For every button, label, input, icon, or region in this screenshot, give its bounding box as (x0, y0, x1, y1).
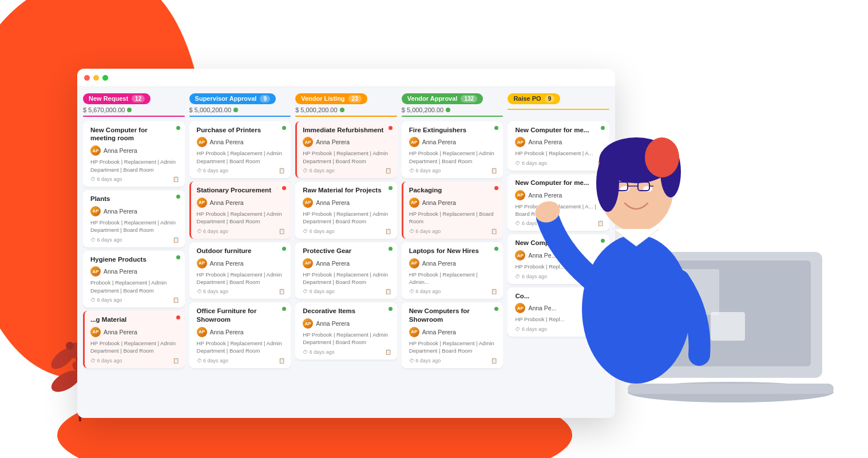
card-footer: ⏱ 6 days ago 📋 (303, 349, 391, 355)
col-badge-vendor_listing[interactable]: Vendor Listing23 (295, 93, 367, 104)
card-status-dot (389, 186, 393, 190)
user-name: Anna Perera (316, 260, 350, 267)
card-action-icon: 📋 (279, 168, 285, 173)
user-avatar: AP (90, 145, 101, 156)
card-time: ⏱ 6 days ago (197, 358, 229, 364)
svg-point-12 (596, 155, 619, 212)
user-avatar: AP (409, 137, 419, 147)
user-avatar: AP (197, 137, 207, 147)
kanban-card[interactable]: Plants AP Anna Perera HP Probook | Repla… (83, 190, 185, 247)
card-user: AP Anna Perera (303, 198, 391, 208)
card-user: AP Anna Perera (90, 266, 179, 277)
card-time: ⏱ 6 days ago (197, 289, 229, 294)
user-name: Anna Perera (104, 208, 137, 215)
col-count-vendor_listing: 23 (348, 95, 362, 102)
user-name: Anna Perera (422, 329, 456, 335)
col-label-supervisor_approval: Supervisor Approval (195, 95, 257, 102)
user-name: Anna Perera (104, 268, 137, 275)
card-title: Plants (90, 195, 179, 203)
user-avatar: AP (303, 137, 313, 147)
card-time: ⏱ 6 days ago (90, 358, 122, 364)
titlebar-maximize[interactable] (102, 75, 108, 81)
col-amount-new_request: $ 5,670,000.00 (83, 106, 185, 113)
card-user: AP Anna Perera (197, 198, 286, 208)
col-header-supervisor_approval: Supervisor Approval9$ 5,000,200.00 (189, 93, 291, 117)
card-user: AP Anna Perera (90, 145, 179, 156)
card-time: ⏱ 6 days ago (409, 358, 441, 364)
card-footer: ⏱ 6 days ago 📋 (197, 228, 286, 234)
kanban-card[interactable]: Decorative Items AP Anna Perera HP Probo… (295, 302, 397, 360)
card-footer: ⏱ 6 days ago 📋 (197, 289, 286, 294)
card-time: ⏱ 6 days ago (303, 289, 335, 294)
card-tags: HP Probook | Replacement | Board Room (409, 210, 498, 226)
card-title: Hygiene Products (90, 255, 179, 264)
card-time: ⏱ 6 days ago (303, 168, 335, 173)
kanban-card[interactable]: Stationary Procurement AP Anna Perera HP… (189, 181, 291, 239)
card-action-icon: 📋 (385, 349, 391, 355)
card-footer: ⏱ 6 days ago 📋 (197, 168, 286, 173)
kanban-card[interactable]: Immediate Refurbishment AP Anna Perera H… (295, 121, 397, 179)
kanban-card[interactable]: Raw Material for Projects AP Anna Perera… (295, 181, 397, 239)
user-avatar: AP (197, 258, 207, 269)
svg-point-7 (66, 342, 74, 350)
card-footer: ⏱ 6 days ago 📋 (90, 176, 179, 182)
kanban-card[interactable]: Hygiene Products AP Anna Perera Probook … (83, 251, 185, 308)
kanban-card[interactable]: Laptops for New Hires AP Anna Perera HP … (402, 242, 504, 299)
user-name: Anna Perera (422, 260, 456, 267)
kanban-card[interactable]: Protective Gear AP Anna Perera HP Proboo… (295, 242, 397, 299)
card-title: Immediate Refurbishment (303, 126, 391, 135)
user-avatar: AP (303, 198, 313, 208)
svg-point-8 (582, 235, 691, 384)
user-name: Anna Perera (422, 139, 456, 145)
card-title: New Computer for meeting room (90, 126, 179, 143)
kanban-card[interactable]: New Computer for meeting room AP Anna Pe… (83, 121, 185, 187)
card-user: AP Anna Perera (90, 327, 179, 337)
card-time: ⏱ 6 days ago (197, 168, 229, 173)
user-avatar: AP (515, 190, 525, 200)
titlebar-minimize[interactable] (93, 75, 99, 81)
kanban-col-vendor_listing: Immediate Refurbishment AP Anna Perera H… (295, 121, 397, 414)
card-status-dot (282, 247, 286, 251)
card-title: Protective Gear (303, 247, 391, 255)
card-time: ⏱ 6 days ago (409, 228, 441, 234)
card-footer: ⏱ 6 days ago 📋 (303, 228, 391, 234)
card-footer: ⏱ 6 days ago 📋 (409, 289, 498, 294)
kanban-card[interactable]: ...g Material AP Anna Perera HP Probook … (83, 311, 185, 368)
card-time: ⏱ 6 days ago (90, 176, 122, 182)
card-title: New Computers for Showroom (409, 307, 498, 324)
card-title: Packaging (409, 186, 498, 195)
col-badge-supervisor_approval[interactable]: Supervisor Approval9 (189, 93, 276, 104)
kanban-card[interactable]: Outdoor furniture AP Anna Perera HP Prob… (189, 242, 291, 299)
kanban-card[interactable]: New Computers for Showroom AP Anna Perer… (402, 302, 504, 368)
card-status-dot (389, 126, 393, 130)
col-amount-vendor_approval: $ 5,000,200.00 (402, 106, 504, 113)
card-tags: Probook | Replacement | Admin Department… (90, 279, 179, 294)
card-user: AP Anna Perera (409, 327, 498, 337)
amount-text: $ 5,000,200.00 (189, 106, 231, 113)
amount-indicator (446, 108, 450, 112)
user-avatar: AP (303, 318, 313, 329)
card-action-icon: 📋 (385, 289, 391, 294)
col-count-vendor_approval: 132 (461, 95, 477, 102)
card-status-dot (494, 186, 498, 190)
user-avatar: AP (409, 258, 419, 269)
col-badge-new_request[interactable]: New Request12 (83, 93, 150, 104)
card-footer: ⏱ 6 days ago 📋 (409, 358, 498, 364)
titlebar-close[interactable] (84, 75, 90, 81)
kanban-card[interactable]: Purchase of Printers AP Anna Perera HP P… (189, 121, 291, 179)
col-badge-vendor_approval[interactable]: Vendor Approval132 (402, 93, 483, 104)
card-title: Stationary Procurement (197, 186, 286, 195)
kanban-card[interactable]: Packaging AP Anna Perera HP Probook | Re… (402, 181, 504, 239)
card-user: AP Anna Perera (409, 137, 498, 147)
card-action-icon: 📋 (279, 228, 285, 234)
kanban-card[interactable]: Office Furniture for Showroom AP Anna Pe… (189, 302, 291, 368)
card-time: ⏱ 6 days ago (303, 228, 335, 234)
card-time: ⏱ 6 days ago (409, 168, 441, 173)
kanban-card[interactable]: Fire Extinguishers AP Anna Perera HP Pro… (402, 121, 504, 179)
card-title: Raw Material for Projects (303, 186, 391, 195)
col-header-vendor_listing: Vendor Listing23$ 5,000,200.00 (295, 93, 397, 117)
card-tags: HP Probook | Replacement | Admin Departm… (197, 339, 286, 355)
card-action-icon: 📋 (491, 289, 497, 294)
amount-text: $ 5,670,000.00 (83, 106, 125, 113)
card-status-dot (494, 307, 498, 311)
